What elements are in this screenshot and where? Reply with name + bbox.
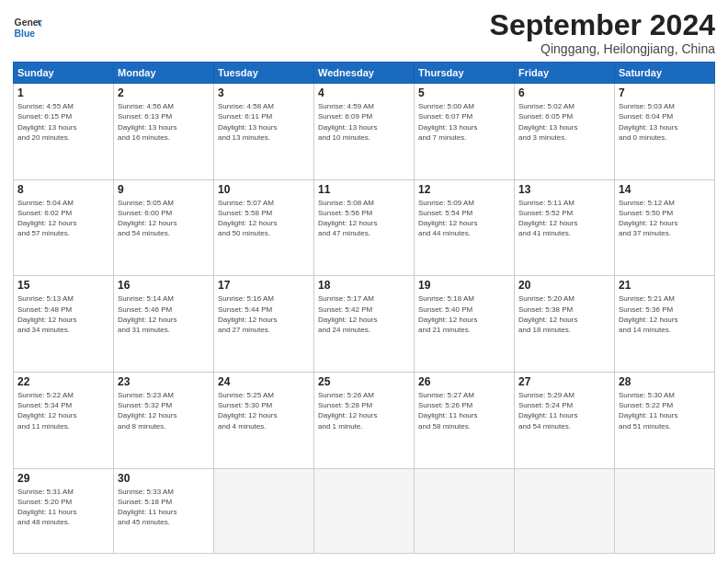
day-info: Sunrise: 5:30 AM Sunset: 5:22 PM Dayligh… [619, 390, 711, 431]
calendar-cell: 12Sunrise: 5:09 AM Sunset: 5:54 PM Dayli… [415, 179, 515, 276]
day-info: Sunrise: 5:27 AM Sunset: 5:26 PM Dayligh… [418, 390, 510, 431]
calendar-cell [314, 468, 415, 553]
col-monday: Monday [114, 63, 214, 84]
day-info: Sunrise: 5:20 AM Sunset: 5:38 PM Dayligh… [518, 293, 610, 335]
calendar-cell: 15Sunrise: 5:13 AM Sunset: 5:48 PM Dayli… [14, 276, 114, 373]
col-saturday: Saturday [615, 63, 715, 84]
day-number: 7 [619, 86, 711, 99]
day-number: 1 [17, 86, 109, 99]
day-info: Sunrise: 5:31 AM Sunset: 5:20 PM Dayligh… [17, 487, 109, 528]
day-info: Sunrise: 5:11 AM Sunset: 5:52 PM Dayligh… [518, 198, 610, 239]
day-info: Sunrise: 5:00 AM Sunset: 6:07 PM Dayligh… [418, 101, 510, 143]
calendar-cell: 14Sunrise: 5:12 AM Sunset: 5:50 PM Dayli… [615, 179, 715, 276]
calendar-header-row: Sunday Monday Tuesday Wednesday Thursday… [14, 63, 715, 84]
day-info: Sunrise: 5:26 AM Sunset: 5:28 PM Dayligh… [318, 390, 410, 431]
calendar-cell: 3Sunrise: 4:58 AM Sunset: 6:11 PM Daylig… [214, 84, 314, 180]
day-number: 30 [118, 472, 210, 485]
calendar-week-row: 1Sunrise: 4:55 AM Sunset: 6:15 PM Daylig… [14, 84, 715, 180]
month-title: September 2024 [490, 9, 715, 41]
day-number: 27 [518, 375, 610, 388]
day-info: Sunrise: 4:59 AM Sunset: 6:09 PM Dayligh… [318, 101, 410, 143]
calendar-week-row: 22Sunrise: 5:22 AM Sunset: 5:34 PM Dayli… [14, 373, 715, 469]
day-number: 5 [418, 86, 510, 99]
day-number: 23 [118, 375, 210, 388]
day-number: 17 [218, 279, 310, 292]
day-info: Sunrise: 5:03 AM Sunset: 6:04 PM Dayligh… [619, 101, 711, 143]
day-info: Sunrise: 5:04 AM Sunset: 6:02 PM Dayligh… [17, 198, 109, 239]
day-number: 28 [619, 375, 711, 388]
calendar-cell: 22Sunrise: 5:22 AM Sunset: 5:34 PM Dayli… [14, 373, 114, 469]
day-info: Sunrise: 5:12 AM Sunset: 5:50 PM Dayligh… [619, 198, 711, 239]
day-info: Sunrise: 5:07 AM Sunset: 5:58 PM Dayligh… [218, 198, 310, 239]
calendar-cell: 26Sunrise: 5:27 AM Sunset: 5:26 PM Dayli… [415, 373, 515, 469]
calendar-cell: 11Sunrise: 5:08 AM Sunset: 5:56 PM Dayli… [314, 179, 415, 276]
calendar-table: Sunday Monday Tuesday Wednesday Thursday… [13, 62, 715, 554]
day-number: 22 [17, 375, 109, 388]
col-friday: Friday [515, 63, 615, 84]
day-number: 14 [619, 183, 711, 196]
day-number: 16 [118, 279, 210, 292]
calendar-cell: 4Sunrise: 4:59 AM Sunset: 6:09 PM Daylig… [314, 84, 415, 180]
calendar-cell: 28Sunrise: 5:30 AM Sunset: 5:22 PM Dayli… [615, 373, 715, 469]
day-info: Sunrise: 5:02 AM Sunset: 6:05 PM Dayligh… [518, 101, 610, 143]
day-number: 10 [218, 183, 310, 196]
day-info: Sunrise: 4:56 AM Sunset: 6:13 PM Dayligh… [118, 101, 210, 143]
day-number: 6 [518, 86, 610, 99]
day-number: 20 [518, 279, 610, 292]
calendar-cell [515, 468, 615, 553]
calendar-cell: 21Sunrise: 5:21 AM Sunset: 5:36 PM Dayli… [615, 276, 715, 373]
calendar-cell: 10Sunrise: 5:07 AM Sunset: 5:58 PM Dayli… [214, 179, 314, 276]
col-thursday: Thursday [415, 63, 515, 84]
day-info: Sunrise: 5:14 AM Sunset: 5:46 PM Dayligh… [118, 293, 210, 335]
col-tuesday: Tuesday [214, 63, 314, 84]
day-info: Sunrise: 5:23 AM Sunset: 5:32 PM Dayligh… [118, 390, 210, 431]
calendar-cell: 24Sunrise: 5:25 AM Sunset: 5:30 PM Dayli… [214, 373, 314, 469]
calendar-cell: 18Sunrise: 5:17 AM Sunset: 5:42 PM Dayli… [314, 276, 415, 373]
calendar-cell: 30Sunrise: 5:33 AM Sunset: 5:18 PM Dayli… [114, 468, 214, 553]
day-number: 13 [518, 183, 610, 196]
day-info: Sunrise: 5:09 AM Sunset: 5:54 PM Dayligh… [418, 198, 510, 239]
calendar-cell: 8Sunrise: 5:04 AM Sunset: 6:02 PM Daylig… [14, 179, 114, 276]
calendar-cell: 1Sunrise: 4:55 AM Sunset: 6:15 PM Daylig… [14, 84, 114, 180]
day-info: Sunrise: 5:33 AM Sunset: 5:18 PM Dayligh… [118, 487, 210, 528]
calendar-cell: 19Sunrise: 5:18 AM Sunset: 5:40 PM Dayli… [415, 276, 515, 373]
location: Qinggang, Heilongjiang, China [490, 41, 715, 56]
logo: General Blue [13, 13, 42, 42]
calendar-week-row: 29Sunrise: 5:31 AM Sunset: 5:20 PM Dayli… [14, 468, 715, 553]
day-number: 24 [218, 375, 310, 388]
calendar-cell: 6Sunrise: 5:02 AM Sunset: 6:05 PM Daylig… [515, 84, 615, 180]
day-info: Sunrise: 5:29 AM Sunset: 5:24 PM Dayligh… [518, 390, 610, 431]
day-number: 26 [418, 375, 510, 388]
calendar-cell [415, 468, 515, 553]
day-info: Sunrise: 5:16 AM Sunset: 5:44 PM Dayligh… [218, 293, 310, 335]
calendar-cell: 16Sunrise: 5:14 AM Sunset: 5:46 PM Dayli… [114, 276, 214, 373]
calendar-cell: 13Sunrise: 5:11 AM Sunset: 5:52 PM Dayli… [515, 179, 615, 276]
col-sunday: Sunday [14, 63, 114, 84]
calendar-cell: 23Sunrise: 5:23 AM Sunset: 5:32 PM Dayli… [114, 373, 214, 469]
day-info: Sunrise: 5:05 AM Sunset: 6:00 PM Dayligh… [118, 198, 210, 239]
day-number: 4 [318, 86, 410, 99]
day-number: 25 [318, 375, 410, 388]
page: General Blue September 2024 Qinggang, He… [0, 0, 728, 563]
day-info: Sunrise: 5:08 AM Sunset: 5:56 PM Dayligh… [318, 198, 410, 239]
calendar-week-row: 15Sunrise: 5:13 AM Sunset: 5:48 PM Dayli… [14, 276, 715, 373]
svg-text:Blue: Blue [15, 29, 36, 39]
calendar-cell: 5Sunrise: 5:00 AM Sunset: 6:07 PM Daylig… [415, 84, 515, 180]
day-number: 12 [418, 183, 510, 196]
header: General Blue September 2024 Qinggang, He… [13, 9, 715, 56]
col-wednesday: Wednesday [314, 63, 415, 84]
day-number: 19 [418, 279, 510, 292]
day-number: 8 [17, 183, 109, 196]
day-number: 21 [619, 279, 711, 292]
day-info: Sunrise: 4:55 AM Sunset: 6:15 PM Dayligh… [17, 101, 109, 143]
calendar-cell: 9Sunrise: 5:05 AM Sunset: 6:00 PM Daylig… [114, 179, 214, 276]
title-block: September 2024 Qinggang, Heilongjiang, C… [490, 9, 715, 56]
calendar-cell: 25Sunrise: 5:26 AM Sunset: 5:28 PM Dayli… [314, 373, 415, 469]
day-info: Sunrise: 5:13 AM Sunset: 5:48 PM Dayligh… [17, 293, 109, 335]
day-number: 3 [218, 86, 310, 99]
day-number: 18 [318, 279, 410, 292]
calendar-cell: 17Sunrise: 5:16 AM Sunset: 5:44 PM Dayli… [214, 276, 314, 373]
calendar-cell: 2Sunrise: 4:56 AM Sunset: 6:13 PM Daylig… [114, 84, 214, 180]
calendar-cell: 7Sunrise: 5:03 AM Sunset: 6:04 PM Daylig… [615, 84, 715, 180]
day-info: Sunrise: 5:21 AM Sunset: 5:36 PM Dayligh… [619, 293, 711, 335]
